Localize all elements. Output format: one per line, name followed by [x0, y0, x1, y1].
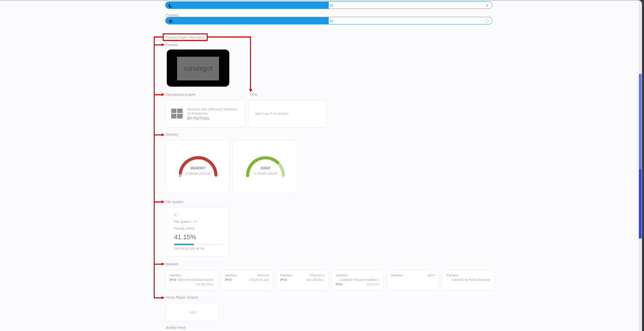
network-card: InterfaceEthernetIPV4172.28.50.122 — [221, 270, 273, 290]
brightness-value: 50 — [329, 4, 333, 8]
network-row-value: Conexão de Rede Bluetooth — [451, 278, 490, 282]
filesystem-progress-track — [174, 244, 223, 245]
network-row: InterfaceEthernet — [225, 273, 269, 278]
network-row: Conexão de Rede Bluetooth — [446, 278, 490, 282]
network-row-label: Interface — [225, 273, 237, 278]
network-row-value: 172.28.50.122 — [249, 278, 269, 282]
filesystem-drive: C : — [174, 213, 222, 217]
annotation-arrow-version — [154, 296, 165, 299]
annotation-line — [250, 36, 251, 89]
contrast-slider[interactable]: 50 — [165, 17, 492, 24]
cpu-model: Intel Core™ i5-1035G1 — [255, 112, 289, 115]
network-row-value: 192.168.56.1 — [306, 278, 324, 282]
network-row-label: IPV4 — [336, 282, 342, 287]
network-label: Network — [166, 262, 178, 266]
filesystem-progress-fill — [174, 244, 194, 245]
version-value: 1.0.2 — [189, 310, 196, 314]
network-row-label: Interface — [336, 273, 348, 278]
network-card: InterfaceWi-Fi — [387, 270, 439, 290]
network-card: InterfaceConexão de Rede Bluetooth — [442, 270, 494, 290]
filesystem-format: Format: NTFS — [174, 227, 222, 230]
outline-circle-icon — [485, 19, 489, 23]
memory-gauge-title: MEMORY — [176, 166, 220, 170]
filesystem-capacity: 105.09GB /255.39 GB — [174, 247, 222, 250]
memory-gauge-card: MEMORY 8.86GB/12.67GB — [166, 140, 230, 193]
network-row: InterfaceWi-Fi — [391, 273, 435, 278]
network-row: IPV4vEthernet (Default Switch) — [170, 278, 214, 282]
network-row-label: Interface — [446, 273, 458, 278]
swap-gauge-title: SWAP — [243, 166, 288, 170]
cpu-label: CPU — [250, 93, 257, 97]
memory-label: Memory — [166, 133, 178, 136]
os-name: Windows ia32 (Microsoft Windows 10 Enter… — [187, 107, 239, 115]
network-row: Interface — [446, 273, 490, 278]
annotation-label: Remote Player Information — [166, 35, 205, 39]
network-row: InterfaceEthernet 3 — [280, 273, 324, 278]
preview-screen: convergint — [177, 57, 219, 80]
scrollbar-thumb-upper[interactable] — [639, 74, 642, 169]
network-row-label: IPV4 — [280, 278, 287, 282]
network-row-value: vEthernet (Default Switch) — [177, 278, 214, 282]
filled-circle-icon — [169, 20, 172, 23]
preview-label: Preview — [166, 43, 178, 47]
filesystem-label: File system: — [166, 200, 184, 204]
swap-gauge: SWAP 0.70GB/1.95GB — [243, 152, 288, 179]
network-row-value: 127.0.0.1 — [367, 282, 380, 287]
annotation-line — [208, 36, 251, 37]
network-row: Interface — [170, 273, 214, 278]
network-cards: InterfaceIPV4vEthernet (Default Switch)1… — [165, 270, 494, 290]
version-card: 1.0.2 — [166, 303, 219, 321]
annotation-line — [154, 36, 163, 37]
memory-gauge: MEMORY 8.86GB/12.67GB — [176, 152, 220, 179]
network-row: IPV4127.0.0.1 — [336, 282, 380, 287]
sun-icon: ☀ — [485, 3, 489, 8]
network-row: IPV4172.28.50.122 — [225, 278, 269, 282]
cpu-card: Intel Core™ i5-1035G1 — [249, 100, 327, 128]
network-row: 172.30.176.1 — [170, 282, 214, 287]
os-hostname: BR-PE075XEL — [187, 117, 239, 120]
network-row-value: 172.30.176.1 — [195, 282, 214, 287]
scrollbar-thumb[interactable] — [639, 169, 642, 239]
network-row-label: Interface — [280, 273, 292, 278]
network-row-value: Wi-Fi — [428, 273, 435, 278]
os-card: Windows ia32 (Microsoft Windows 10 Enter… — [166, 100, 245, 128]
filesystem-card: C : File system: : C: Format: NTFS 41.15… — [167, 207, 229, 257]
network-row-value: Loopback Pseudo-Interface 1 — [339, 278, 380, 282]
network-card: InterfaceIPV4vEthernet (Default Switch)1… — [165, 270, 218, 290]
activity-feed-label: Activity Feed — [166, 326, 185, 330]
annotation-arrow-memory — [154, 133, 165, 136]
network-row-value: Ethernet — [257, 273, 269, 278]
brightness-slider-fill[interactable] — [165, 2, 329, 9]
annotation-line — [154, 36, 155, 298]
network-row-label: IPV4 — [170, 278, 176, 282]
annotation-arrow-os — [154, 93, 165, 96]
convergint-logo: convergint — [184, 65, 212, 73]
preview-monitor: convergint — [167, 49, 229, 87]
swap-gauge-value: 0.70GB/1.95GB — [243, 172, 288, 175]
contrast-slider-fill[interactable] — [165, 17, 329, 24]
version-label: Horus Player Version — [166, 296, 198, 299]
network-row: Loopback Pseudo-Interface 1 — [336, 278, 380, 282]
network-row-value: Ethernet 3 — [310, 273, 324, 278]
network-card: InterfaceLoopback Pseudo-Interface 1IPV4… — [331, 270, 384, 290]
annotation-arrow-network — [154, 263, 165, 266]
os-label: Operational system — [166, 93, 195, 97]
annotation-box: Remote Player Information — [163, 33, 208, 41]
annotation-arrow-filesystem — [154, 200, 165, 203]
network-card: InterfaceEthernet 3IPV4192.168.56.1 — [276, 270, 328, 290]
memory-gauge-value: 8.86GB/12.67GB — [176, 172, 220, 175]
network-row-label: Interface — [391, 273, 403, 278]
windows-icon — [171, 109, 183, 119]
filesystem-type: File system: : C: — [174, 220, 222, 223]
contrast-value: 50 — [329, 19, 333, 23]
brightness-slider[interactable]: 50 ☀ — [165, 1, 492, 9]
swap-gauge-card: SWAP 0.70GB/1.95GB — [233, 140, 297, 193]
filesystem-percent: 41.15% — [174, 233, 222, 241]
network-row-label: Interface — [170, 273, 182, 278]
page: 50 ☀ Contrast 50 Remote Player Informati… — [0, 0, 642, 331]
annotation-arrow-preview — [154, 43, 165, 46]
network-row: IPV4192.168.56.1 — [280, 278, 324, 282]
annotation-arrow-cpu — [249, 89, 252, 92]
network-row-label: IPV4 — [225, 278, 232, 282]
moon-icon — [168, 3, 173, 8]
